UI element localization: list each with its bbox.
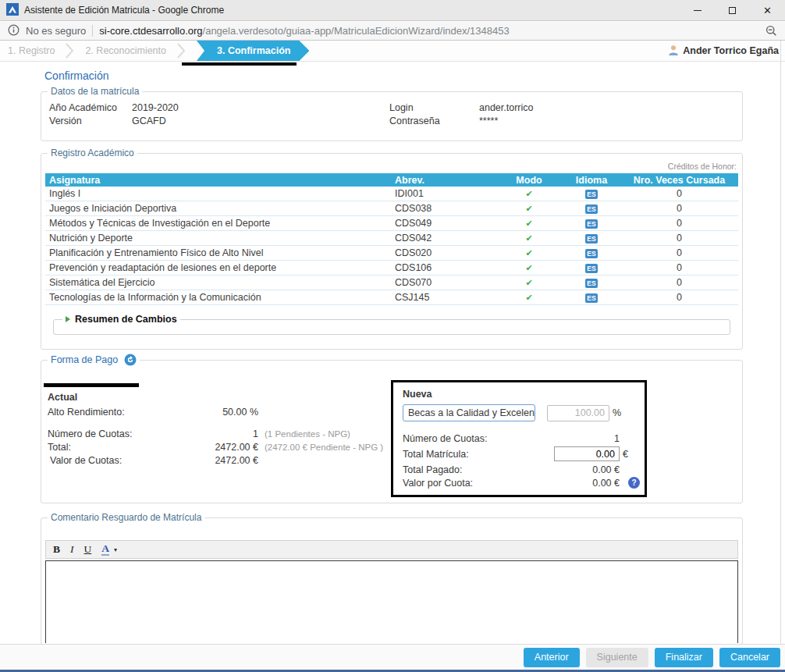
datos-matricula-legend: Datos de la matrícula xyxy=(48,86,142,97)
cell-asignatura: Sistemática del Ejercicio xyxy=(45,277,395,288)
header-veces-cursada: Nro. Veces Cursada xyxy=(630,175,728,186)
actual-cuotas-note: (1 Pendientes - NPG) xyxy=(265,429,350,439)
check-icon: ✔ xyxy=(506,278,552,288)
es-language-badge: ES xyxy=(585,234,598,244)
refresh-icon[interactable] xyxy=(124,354,137,366)
resumen-cambios-label: Resumen de Cambios xyxy=(75,314,177,325)
contrasena-label: Contraseña xyxy=(389,116,479,126)
cell-abrev: CDS070 xyxy=(395,277,506,288)
wizard-step-registro[interactable]: 1. Registro xyxy=(0,45,66,56)
cell-asignatura: Tecnologías de la Información y la Comun… xyxy=(45,292,395,303)
cancelar-button[interactable]: Cancelar xyxy=(719,648,780,667)
cell-abrev: CSJ145 xyxy=(395,292,506,303)
actual-highlight-bar xyxy=(44,383,139,387)
zoom-out-icon[interactable] xyxy=(765,25,777,37)
version-value: GCAFD xyxy=(132,116,389,126)
close-button[interactable]: ✕ xyxy=(750,0,785,21)
cell-veces: 0 xyxy=(630,188,728,199)
cell-idioma: ES xyxy=(552,247,630,259)
alto-rendimiento-label: Alto Rendimiento: xyxy=(48,407,171,418)
maximize-button[interactable] xyxy=(715,0,750,21)
cell-abrev: CDS049 xyxy=(395,218,506,229)
total-matricula-input[interactable] xyxy=(554,446,620,461)
window-title: Asistente de Edición Matricula - Google … xyxy=(24,5,224,16)
contrasena-value: ***** xyxy=(479,116,738,126)
check-icon: ✔ xyxy=(506,189,552,199)
valor-por-cuota-value: 0.00 € xyxy=(546,478,635,489)
cell-idioma: ES xyxy=(552,292,630,304)
beca-select[interactable]: Becas a la Calidad y Excelen xyxy=(403,404,535,421)
cell-asignatura: Planificación y Entrenamiento Físico de … xyxy=(45,247,395,258)
pago-nueva-panel: Nueva Becas a la Calidad y Excelen % Núm… xyxy=(391,380,647,497)
comentario-section: Comentario Resguardo de Matrícula B I U … xyxy=(41,512,743,645)
comentario-editor[interactable] xyxy=(45,560,738,643)
table-row: Planificación y Entrenamiento Físico de … xyxy=(45,246,738,261)
bold-button[interactable]: B xyxy=(53,543,60,556)
anterior-button[interactable]: Anterior xyxy=(524,648,580,667)
es-language-badge: ES xyxy=(585,219,598,229)
wizard-steps-bar: 1. Registro 2. Reconocimiento 3. Confirm… xyxy=(0,41,785,62)
comentario-legend: Comentario Resguardo de Matrícula xyxy=(48,512,204,523)
registro-academico-section: Registro Académico Créditos de Honor: As… xyxy=(41,148,743,350)
chevron-down-icon xyxy=(535,407,535,418)
asignaturas-table: Asignatura Abrev. Modo Idioma Nro. Veces… xyxy=(45,173,738,305)
actual-valor-cuotas-label: Valor de Cuotas: xyxy=(48,455,171,466)
total-pagado-value: 0.00 € xyxy=(546,464,635,475)
forma-pago-section: Forma de Pago Actual Alto Rendimiento: 5… xyxy=(41,354,743,503)
check-icon: ✔ xyxy=(506,233,552,244)
resumen-cambios-toggle[interactable]: Resumen de Cambios xyxy=(62,314,180,325)
underline-button[interactable]: U xyxy=(84,543,92,556)
active-step-underline xyxy=(182,62,297,66)
font-color-caret-icon[interactable]: ▾ xyxy=(114,546,117,553)
close-icon: ✕ xyxy=(763,5,772,16)
cell-veces: 0 xyxy=(630,233,728,244)
wizard-step-reconocimiento[interactable]: 2. Reconocimiento xyxy=(74,45,177,56)
alto-rendimiento-value: 50.00 % xyxy=(171,407,258,418)
minimize-button[interactable] xyxy=(680,0,715,21)
check-icon: ✔ xyxy=(506,293,552,303)
siguiente-button: Siguiente xyxy=(586,648,648,667)
font-color-button[interactable]: A xyxy=(101,543,109,556)
cell-idioma: ES xyxy=(552,277,630,289)
login-label: Login xyxy=(389,102,479,113)
es-language-badge: ES xyxy=(585,279,598,289)
security-label[interactable]: No es seguro xyxy=(26,25,86,37)
cell-veces: 0 xyxy=(630,247,728,258)
info-icon[interactable] xyxy=(8,24,20,38)
wizard-step-confirmacion-active[interactable]: 3. Confirmación xyxy=(197,41,309,61)
beca-percent-input xyxy=(547,405,609,421)
es-language-badge: ES xyxy=(585,264,598,274)
es-language-badge: ES xyxy=(585,293,598,304)
cell-asignatura: Métodos y Técnicas de Investigación en e… xyxy=(45,218,395,229)
cell-asignatura: Nutrición y Deporte xyxy=(45,233,395,244)
cell-abrev: CDS106 xyxy=(395,262,506,273)
browser-window: Asistente de Edición Matricula - Google … xyxy=(0,0,785,672)
nueva-cuotas-value: 1 xyxy=(546,433,635,444)
es-language-badge: ES xyxy=(585,249,598,259)
total-matricula-label: Total Matrícula: xyxy=(403,449,546,460)
finalizar-button[interactable]: Finalizar xyxy=(655,648,713,667)
italic-button[interactable]: I xyxy=(70,543,74,556)
footer-bar: Anterior Siguiente Finalizar Cancelar xyxy=(0,644,785,670)
percent-suffix: % xyxy=(613,407,621,418)
url-text[interactable]: si-core.ctdesarrollo.org/angela.verdesot… xyxy=(99,25,509,37)
user-menu[interactable]: Ander Torrico Egaña xyxy=(668,44,779,58)
login-value: ander.torrico xyxy=(479,102,738,113)
page-title: Confirmación xyxy=(44,69,108,82)
chevron-right-icon xyxy=(177,43,186,59)
es-language-badge: ES xyxy=(585,204,598,215)
cell-abrev: CDS042 xyxy=(395,233,506,244)
es-language-badge: ES xyxy=(585,190,598,200)
help-icon[interactable]: ? xyxy=(628,477,640,489)
cell-veces: 0 xyxy=(630,203,728,214)
chevron-right-icon xyxy=(66,43,74,59)
scrollbar-track[interactable] xyxy=(780,41,781,644)
actual-title: Actual xyxy=(48,392,77,403)
user-name: Ander Torrico Egaña xyxy=(683,45,779,56)
actual-cuotas-label: Número de Cuotas: xyxy=(48,428,171,439)
header-abrev: Abrev. xyxy=(395,175,506,186)
creditos-honor-label: Créditos de Honor: xyxy=(45,162,737,171)
table-row: Inglés I IDI001 ✔ ES 0 xyxy=(45,187,738,201)
url-bar: No es seguro si-core.ctdesarrollo.org/an… xyxy=(0,22,785,41)
check-icon: ✔ xyxy=(506,204,552,214)
